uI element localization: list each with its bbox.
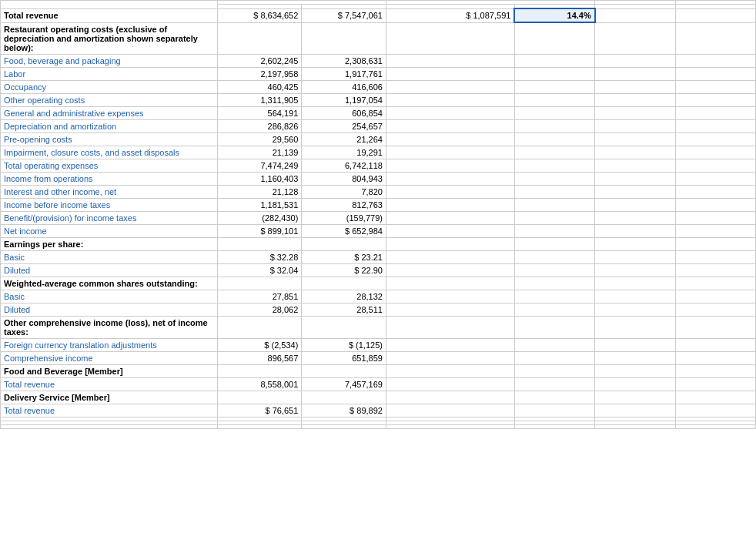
row-label: Other operating costs (1, 93, 218, 106)
row-label: Total revenue (1, 404, 218, 417)
row-dec2022: $ 899,101 (217, 224, 302, 237)
table-row: Food and Beverage [Member] (1, 364, 756, 377)
row-extra1 (595, 290, 675, 303)
row-dollars (386, 54, 514, 67)
row-dec2021 (302, 424, 386, 428)
row-extra1 (595, 364, 675, 377)
row-extra1 (595, 377, 675, 391)
row-extra2 (675, 146, 755, 159)
row-extra1 (595, 22, 675, 54)
row-percent (514, 224, 594, 237)
row-label: Depreciation and amortization (1, 119, 218, 132)
row-dec2022: 896,567 (217, 351, 302, 364)
row-extra2 (675, 159, 755, 172)
row-extra2 (675, 391, 755, 404)
row-extra1 (595, 185, 675, 198)
row-label: Impairment, closure costs, and asset dis… (1, 146, 218, 159)
row-dec2022: $ 76,651 (217, 404, 302, 417)
row-dec2021: 254,657 (302, 119, 386, 132)
row-dollars (386, 424, 514, 428)
row-dec2022: 7,474,249 (217, 159, 302, 172)
row-dec2022: 27,851 (217, 290, 302, 303)
row-dec2021: 804,943 (302, 172, 386, 185)
table-row: Interest and other income, net21,1287,82… (1, 185, 756, 198)
row-percent (514, 338, 594, 351)
row-dec2022: 28,062 (217, 303, 302, 316)
row-extra1 (595, 303, 675, 316)
row-dec2021: 812,763 (302, 198, 386, 211)
row-extra2 (675, 185, 755, 198)
row-extra2 (675, 132, 755, 146)
row-dec2022: $ 32.28 (217, 250, 302, 263)
row-extra1 (595, 67, 675, 80)
row-percent (514, 80, 594, 93)
row-dec2022 (217, 391, 302, 404)
row-dec2021: 6,742,118 (302, 159, 386, 172)
row-extra2 (675, 364, 755, 377)
row-dollars (386, 198, 514, 211)
row-percent (514, 172, 594, 185)
table-row: Total revenue8,558,0017,457,169 (1, 377, 756, 391)
row-dec2022: 286,826 (217, 119, 302, 132)
row-label: Benefit/(provision) for income taxes (1, 211, 218, 224)
row-dollars (386, 391, 514, 404)
row-dec2022: 1,311,905 (217, 93, 302, 106)
table-row: Weighted-average common shares outstandi… (1, 277, 756, 290)
row-dollars (386, 237, 514, 250)
row-dec2021: 7,457,169 (302, 377, 386, 391)
row-label: Comprehensive income (1, 351, 218, 364)
row-label: Net income (1, 224, 218, 237)
table-row: Diluted$ 32.04$ 22.90 (1, 263, 756, 277)
row-label: Foreign currency translation adjustments (1, 338, 218, 351)
row-dollars (386, 277, 514, 290)
row-dollars (386, 132, 514, 146)
row-dec2021: 606,854 (302, 106, 386, 119)
table-row: Income from operations1,160,403804,943 (1, 172, 756, 185)
row-extra1 (595, 198, 675, 211)
row-percent (514, 159, 594, 172)
row-dec2022 (217, 22, 302, 54)
row-percent (514, 198, 594, 211)
row-percent (514, 146, 594, 159)
row-dec2022: $ (2,534) (217, 338, 302, 351)
row-extra2 (675, 8, 755, 22)
row-dollars (386, 250, 514, 263)
row-dec2021 (302, 364, 386, 377)
table-row: Income before income taxes1,181,531812,7… (1, 198, 756, 211)
row-label: Restaurant operating costs (exclusive of… (1, 22, 218, 54)
row-dec2022: 2,602,245 (217, 54, 302, 67)
row-dec2022: 1,160,403 (217, 172, 302, 185)
row-dollars (386, 93, 514, 106)
row-dec2022: $ 32.04 (217, 263, 302, 277)
row-dec2022: 564,191 (217, 106, 302, 119)
row-percent (514, 263, 594, 277)
table-row: Restaurant operating costs (exclusive of… (1, 22, 756, 54)
row-dec2022 (217, 277, 302, 290)
table-row: Delivery Service [Member] (1, 391, 756, 404)
row-extra2 (675, 224, 755, 237)
table-row: Basic27,85128,132 (1, 290, 756, 303)
row-percent (514, 54, 594, 67)
row-dec2021: 416,606 (302, 80, 386, 93)
row-percent (514, 351, 594, 364)
row-dec2021: 28,511 (302, 303, 386, 316)
row-label: Weighted-average common shares outstandi… (1, 277, 218, 290)
row-extra2 (675, 22, 755, 54)
row-percent (514, 67, 594, 80)
row-extra2 (675, 404, 755, 417)
row-extra2 (675, 198, 755, 211)
row-label: Pre-opening costs (1, 132, 218, 146)
row-label: Total operating expenses (1, 159, 218, 172)
row-dec2021: $ 89,892 (302, 404, 386, 417)
row-extra1 (595, 351, 675, 364)
row-dollars: $ 1,087,591 (386, 8, 514, 22)
table-row: Depreciation and amortization286,826254,… (1, 119, 756, 132)
row-extra2 (675, 119, 755, 132)
row-label: Food, beverage and packaging (1, 54, 218, 67)
row-dec2022: 8,558,001 (217, 377, 302, 391)
table-row: Other operating costs1,311,9051,197,054 (1, 93, 756, 106)
row-dec2022: 29,560 (217, 132, 302, 146)
row-dollars (386, 338, 514, 351)
row-percent (514, 119, 594, 132)
row-label: Income before income taxes (1, 198, 218, 211)
